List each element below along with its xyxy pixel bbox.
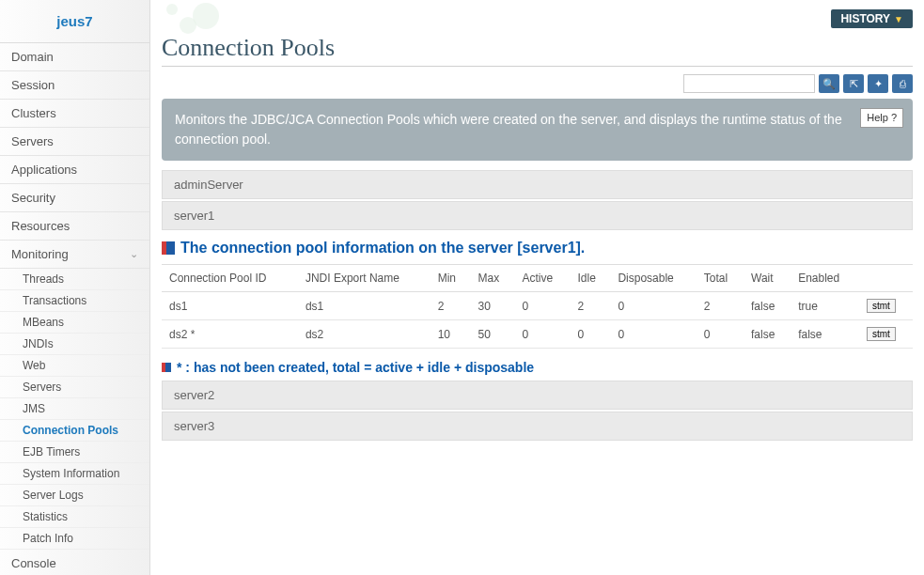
chevron-down-icon: ⌄ [130,248,138,260]
chevron-down-icon: ▼ [894,14,903,24]
sidebar-sub-servers[interactable]: Servers [0,377,149,398]
main-content: HISTORY ▼ Connection Pools 🔍 ⇱ ✦ ⎙ Monit… [150,0,924,575]
sidebar-sub-transactions[interactable]: Transactions [0,290,149,312]
page-title: Connection Pools [162,34,913,67]
sidebar-logo: jeus7 [0,0,149,43]
sidebar-item-session[interactable]: Session [0,71,149,100]
toolstrip: 🔍 ⇱ ✦ ⎙ [162,74,913,93]
table-row: ds1 ds1 2 30 0 2 0 2 false true stmt [162,292,913,320]
stmt-button[interactable]: stmt [867,327,896,341]
connection-pool-table: Connection Pool ID JNDI Export Name Min … [162,264,913,349]
legend-text: * : has not been created, total = active… [177,360,534,375]
xml-icon[interactable]: ✦ [868,74,888,93]
th-min: Min [431,265,471,292]
cell-max: 50 [471,320,515,349]
sidebar-sub-ejb-timers[interactable]: EJB Timers [0,442,149,463]
square-icon [162,363,171,372]
cell-total: 2 [697,292,744,320]
th-idle: Idle [571,265,611,292]
sidebar-sub-patch-info[interactable]: Patch Info [0,528,149,550]
server-row-server2[interactable]: server2 [162,381,913,410]
sidebar-item-domain[interactable]: Domain [0,43,149,71]
cell-wait: false [744,320,791,349]
server-row-server1[interactable]: server1 [162,201,913,230]
sidebar-sub-threads[interactable]: Threads [0,269,149,290]
th-action [859,265,913,292]
sidebar-item-resources[interactable]: Resources [0,212,149,241]
th-id: Connection Pool ID [162,265,298,292]
search-input[interactable] [683,74,815,93]
square-icon [162,241,175,255]
cell-jndi: ds1 [298,292,431,320]
sidebar-item-servers[interactable]: Servers [0,128,149,156]
th-active: Active [514,265,570,292]
cell-wait: false [744,292,791,320]
print-icon[interactable]: ⎙ [892,74,913,93]
th-max: Max [471,265,515,292]
th-jndi: JNDI Export Name [298,265,431,292]
sidebar-item-label: Monitoring [11,247,69,261]
sidebar-sub-statistics[interactable]: Statistics [0,506,149,528]
sidebar-item-applications[interactable]: Applications [0,156,149,184]
sidebar-sub-jndis[interactable]: JNDIs [0,334,149,355]
cell-min: 10 [431,320,471,349]
table-row: ds2 * ds2 10 50 0 0 0 0 false false stmt [162,320,913,349]
cell-idle: 2 [571,292,611,320]
description-panel: Monitors the JDBC/JCA Connection Pools w… [162,99,913,161]
sidebar-item-console[interactable]: Console [0,550,149,575]
section-title: The connection pool information on the s… [162,240,913,256]
sidebar-sub-system-information[interactable]: System Information [0,463,149,485]
cell-min: 2 [431,292,471,320]
cell-total: 0 [697,320,744,349]
cell-active: 0 [514,292,570,320]
cell-jndi: ds2 [298,320,431,349]
help-button[interactable]: Help ? [860,108,903,128]
sidebar: jeus7 Domain Session Clusters Servers Ap… [0,0,150,575]
description-text: Monitors the JDBC/JCA Connection Pools w… [175,112,842,147]
cell-disposable: 0 [610,320,696,349]
th-enabled: Enabled [791,265,859,292]
export-icon[interactable]: ⇱ [843,74,864,93]
cell-idle: 0 [571,320,611,349]
legend: * : has not been created, total = active… [162,360,913,375]
section-title-text: The connection pool information on the s… [180,240,585,256]
th-wait: Wait [744,265,791,292]
history-label: HISTORY [840,12,890,25]
cell-enabled: true [791,292,859,320]
table-header-row: Connection Pool ID JNDI Export Name Min … [162,265,913,292]
th-disposable: Disposable [610,265,696,292]
cell-disposable: 0 [610,292,696,320]
server-row-server3[interactable]: server3 [162,412,913,441]
sidebar-sub-web[interactable]: Web [0,355,149,377]
search-icon[interactable]: 🔍 [819,74,839,93]
cell-active: 0 [514,320,570,349]
sidebar-item-clusters[interactable]: Clusters [0,100,149,128]
th-total: Total [697,265,744,292]
sidebar-sub-connection-pools[interactable]: Connection Pools [0,420,149,442]
cell-enabled: false [791,320,859,349]
sidebar-item-monitoring[interactable]: Monitoring ⌄ [0,241,149,269]
stmt-button[interactable]: stmt [867,299,896,313]
cell-id: ds1 [162,292,298,320]
topbar: HISTORY ▼ [162,9,913,28]
server-row-adminserver[interactable]: adminServer [162,170,913,199]
sidebar-sub-jms[interactable]: JMS [0,398,149,420]
cell-max: 30 [471,292,515,320]
sidebar-sub-mbeans[interactable]: MBeans [0,312,149,334]
sidebar-item-security[interactable]: Security [0,184,149,212]
sidebar-sub-server-logs[interactable]: Server Logs [0,485,149,506]
cell-id: ds2 * [162,320,298,349]
history-button[interactable]: HISTORY ▼ [831,9,913,28]
